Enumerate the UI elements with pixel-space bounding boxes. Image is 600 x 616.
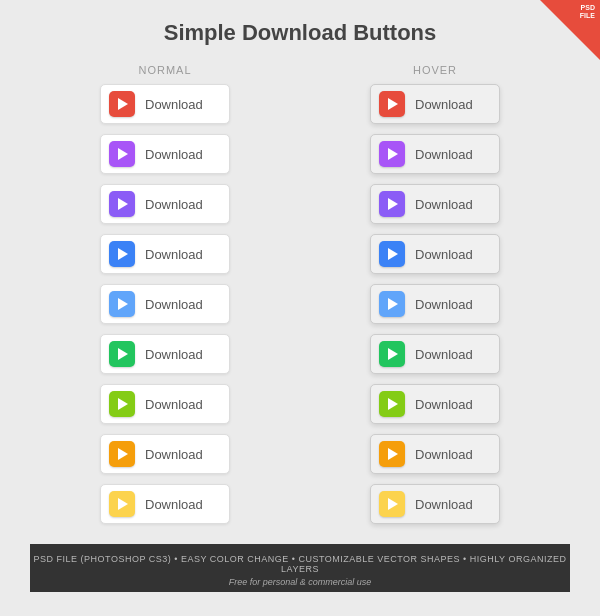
download-button-hover-violet[interactable]: Download	[370, 134, 500, 174]
download-button-hover-blue[interactable]: Download	[370, 234, 500, 274]
hover-column: Download Download Download Download Down…	[335, 84, 535, 524]
btn-label-normal-blue: Download	[145, 247, 203, 262]
btn-icon-hover-orange	[379, 441, 405, 467]
hover-label: HOVER	[335, 64, 535, 76]
download-button-normal-purple[interactable]: Download	[100, 184, 230, 224]
download-button-hover-purple[interactable]: Download	[370, 184, 500, 224]
btn-label-hover-green: Download	[415, 347, 473, 362]
normal-label: NORMAL	[65, 64, 265, 76]
download-button-normal-red[interactable]: Download	[100, 84, 230, 124]
btn-label-hover-light-blue: Download	[415, 297, 473, 312]
btn-icon-hover-blue	[379, 241, 405, 267]
download-button-hover-light-blue[interactable]: Download	[370, 284, 500, 324]
main-card: PSDFILE Simple Download Buttons NORMAL H…	[0, 0, 600, 616]
btn-icon-normal-red	[109, 91, 135, 117]
btn-icon-normal-purple	[109, 191, 135, 217]
buttons-area: Download Download Download Download Down…	[30, 84, 570, 524]
btn-label-normal-light-blue: Download	[145, 297, 203, 312]
btn-icon-hover-light-blue	[379, 291, 405, 317]
btn-icon-hover-yellow	[379, 491, 405, 517]
btn-label-normal-red: Download	[145, 97, 203, 112]
btn-icon-hover-lime	[379, 391, 405, 417]
btn-label-hover-yellow: Download	[415, 497, 473, 512]
btn-label-normal-green: Download	[145, 347, 203, 362]
columns-header: NORMAL HOVER	[30, 64, 570, 76]
page-title: Simple Download Buttons	[164, 20, 437, 46]
download-button-normal-yellow[interactable]: Download	[100, 484, 230, 524]
btn-icon-normal-lime	[109, 391, 135, 417]
download-button-normal-orange[interactable]: Download	[100, 434, 230, 474]
btn-label-normal-lime: Download	[145, 397, 203, 412]
btn-label-hover-red: Download	[415, 97, 473, 112]
btn-icon-hover-green	[379, 341, 405, 367]
download-button-normal-violet[interactable]: Download	[100, 134, 230, 174]
btn-label-hover-violet: Download	[415, 147, 473, 162]
btn-icon-normal-orange	[109, 441, 135, 467]
download-button-hover-lime[interactable]: Download	[370, 384, 500, 424]
download-button-hover-yellow[interactable]: Download	[370, 484, 500, 524]
download-button-normal-lime[interactable]: Download	[100, 384, 230, 424]
download-button-normal-blue[interactable]: Download	[100, 234, 230, 274]
btn-icon-normal-blue	[109, 241, 135, 267]
btn-label-hover-purple: Download	[415, 197, 473, 212]
btn-icon-normal-yellow	[109, 491, 135, 517]
download-button-hover-orange[interactable]: Download	[370, 434, 500, 474]
btn-label-normal-purple: Download	[145, 197, 203, 212]
psd-badge: PSDFILE	[540, 0, 600, 60]
btn-label-normal-orange: Download	[145, 447, 203, 462]
btn-icon-normal-violet	[109, 141, 135, 167]
footer: PSD FILE (PHOTOSHOP CS3) • EASY COLOR CH…	[30, 544, 570, 592]
normal-column: Download Download Download Download Down…	[65, 84, 265, 524]
footer-main: PSD FILE (PHOTOSHOP CS3) • EASY COLOR CH…	[30, 554, 570, 574]
download-button-hover-green[interactable]: Download	[370, 334, 500, 374]
download-button-normal-green[interactable]: Download	[100, 334, 230, 374]
btn-label-normal-violet: Download	[145, 147, 203, 162]
download-button-hover-red[interactable]: Download	[370, 84, 500, 124]
btn-icon-hover-red	[379, 91, 405, 117]
footer-sub: Free for personal & commercial use	[30, 577, 570, 587]
btn-label-hover-lime: Download	[415, 397, 473, 412]
btn-label-hover-orange: Download	[415, 447, 473, 462]
btn-label-normal-yellow: Download	[145, 497, 203, 512]
btn-icon-hover-purple	[379, 191, 405, 217]
btn-icon-hover-violet	[379, 141, 405, 167]
btn-icon-normal-green	[109, 341, 135, 367]
btn-label-hover-blue: Download	[415, 247, 473, 262]
btn-icon-normal-light-blue	[109, 291, 135, 317]
download-button-normal-light-blue[interactable]: Download	[100, 284, 230, 324]
psd-badge-text: PSDFILE	[580, 4, 595, 21]
